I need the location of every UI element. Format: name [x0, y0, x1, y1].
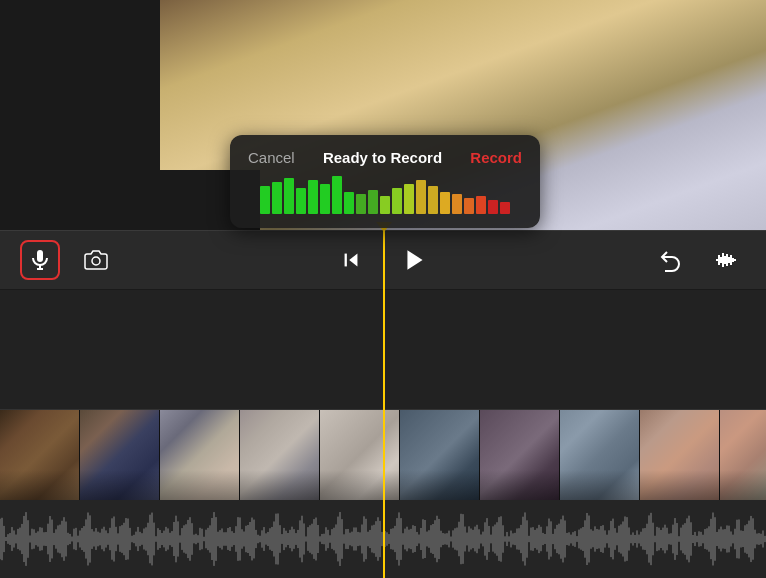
- vu-bar-10: [368, 190, 378, 214]
- vu-bar-5: [308, 180, 318, 214]
- svg-marker-4: [349, 254, 357, 267]
- vu-bar-3: [284, 178, 294, 214]
- thumbnail-5: [320, 410, 400, 500]
- svg-rect-0: [37, 250, 43, 262]
- vu-bar-1: [260, 186, 270, 214]
- vu-bar-14: [416, 180, 426, 214]
- play-button[interactable]: [395, 240, 435, 280]
- ready-to-record-label: Ready to Record: [323, 149, 442, 166]
- vu-bar-15: [428, 186, 438, 214]
- vu-bar-13: [404, 184, 414, 214]
- record-button[interactable]: Record: [470, 149, 522, 166]
- svg-rect-5: [345, 254, 347, 267]
- toolbar-left-group: [20, 240, 116, 280]
- thumbnail-4: [240, 410, 320, 500]
- undo-icon: [658, 248, 682, 272]
- camera-button[interactable]: [76, 240, 116, 280]
- thumbnail-8: [560, 410, 640, 500]
- thumbnail-3: [160, 410, 240, 500]
- playhead: [383, 230, 385, 578]
- svg-marker-6: [407, 250, 422, 270]
- vu-meter: [230, 178, 540, 228]
- vu-bar-9: [356, 194, 366, 214]
- thumbnail-9: [640, 410, 720, 500]
- vu-bar-17: [452, 194, 462, 214]
- microphone-button[interactable]: [20, 240, 60, 280]
- vu-bar-2: [272, 182, 282, 214]
- vu-bar-16: [440, 192, 450, 214]
- vu-bar-20: [488, 200, 498, 214]
- vu-bar-4: [296, 188, 306, 214]
- waveform-icon: [714, 248, 738, 272]
- vu-bar-21: [500, 202, 510, 214]
- camera-icon: [84, 248, 108, 272]
- vu-bar-11: [380, 196, 390, 214]
- thumbnail-6: [400, 410, 480, 500]
- waveform-canvas-right: [383, 500, 766, 578]
- video-left-padding: [0, 0, 168, 230]
- toolbar-right-group: [650, 240, 746, 280]
- skip-to-start-button[interactable]: [331, 240, 371, 280]
- thumbnail-1: [0, 410, 80, 500]
- play-icon: [402, 247, 428, 273]
- vu-bar-7: [332, 176, 342, 214]
- vu-bar-18: [464, 198, 474, 214]
- thumbnail-7: [480, 410, 560, 500]
- undo-button[interactable]: [650, 240, 690, 280]
- vu-bar-6: [320, 184, 330, 214]
- thumbnail-2: [80, 410, 160, 500]
- record-overlay: Cancel Ready to Record Record: [230, 135, 540, 228]
- overlay-top-bar: Cancel Ready to Record Record: [230, 135, 540, 178]
- skip-start-icon: [340, 249, 362, 271]
- waveform-button[interactable]: [706, 240, 746, 280]
- waveform-canvas-left: [0, 500, 383, 578]
- vu-bar-19: [476, 196, 486, 214]
- vu-bar-8: [344, 192, 354, 214]
- svg-point-3: [92, 257, 100, 265]
- vu-bar-12: [392, 188, 402, 214]
- mic-icon: [28, 248, 52, 272]
- thumbnail-10: [720, 410, 766, 500]
- cancel-button[interactable]: Cancel: [248, 149, 295, 166]
